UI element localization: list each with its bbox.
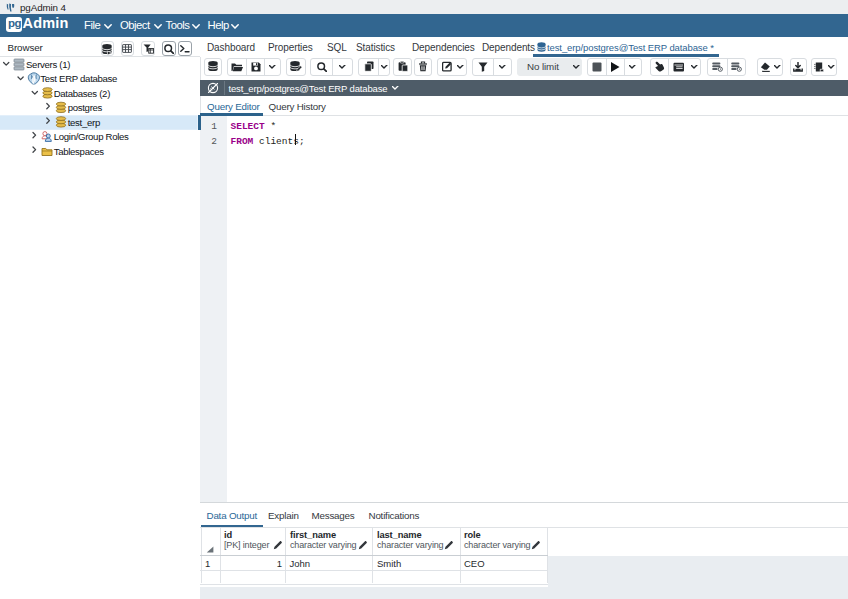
svg-text:Databases (2): Databases (2): [54, 88, 110, 99]
svg-text:Login/Group Roles: Login/Group Roles: [54, 131, 129, 142]
svg-text:postgres: postgres: [68, 102, 103, 113]
svg-text:Servers (1): Servers (1): [26, 59, 70, 70]
svg-text:test_erp: test_erp: [68, 117, 100, 128]
svg-text:Test ERP database: Test ERP database: [40, 73, 117, 84]
svg-text:Tablespaces: Tablespaces: [54, 146, 105, 157]
